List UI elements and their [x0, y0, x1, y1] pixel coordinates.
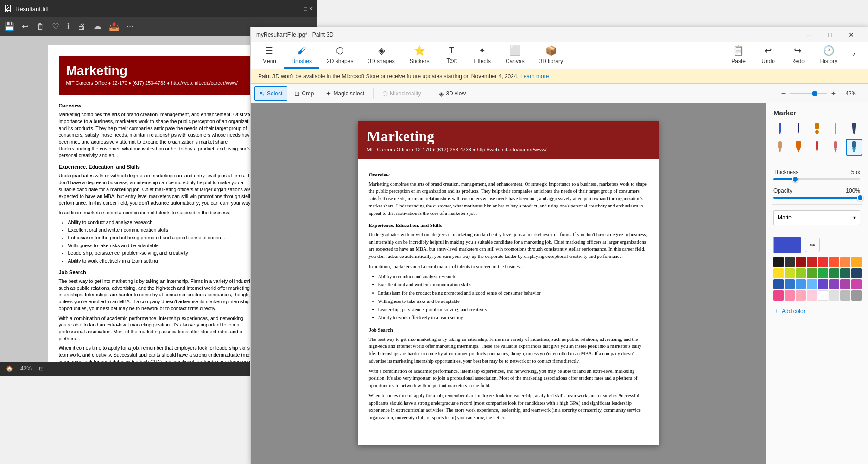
tab-stickers[interactable]: ⭐ Stickers [402, 42, 437, 69]
swatch-black[interactable] [773, 257, 784, 267]
stickers-icon: ⭐ [414, 45, 425, 56]
select-tool-button[interactable]: ↖ Select [254, 86, 287, 101]
bg-share-icon[interactable]: 📤 [109, 21, 119, 31]
tab-3dshapes[interactable]: ◈ 3D shapes [361, 42, 402, 69]
brush-pen-dark[interactable] [790, 120, 807, 137]
swatch-red2[interactable] [818, 257, 828, 267]
swatch-orange[interactable] [840, 257, 850, 267]
swatch-darkred[interactable] [796, 257, 806, 267]
swatch-medium-gray[interactable] [840, 290, 850, 301]
zoom-area: − + 42% ··· [779, 89, 864, 98]
swatch-white[interactable] [818, 290, 828, 301]
bg-doc-title: Marketing [66, 62, 252, 80]
swatch-pale-pink[interactable] [807, 290, 817, 301]
swatch-lime[interactable] [785, 268, 795, 278]
tab-menu[interactable]: ☰ Menu [254, 42, 284, 69]
brush-marker-blue[interactable] [772, 120, 788, 137]
bg-skills-list: Ability to conduct and analyze research … [59, 219, 259, 264]
swatch-light-gray[interactable] [829, 290, 839, 301]
canvas-icon: ⬜ [509, 45, 521, 56]
swatch-navy[interactable] [773, 279, 784, 289]
swatch-pink[interactable] [773, 290, 784, 301]
swatch-violet[interactable] [829, 279, 839, 289]
zoom-minus-button[interactable]: − [779, 89, 788, 98]
bg-info-icon[interactable]: ℹ [67, 21, 70, 31]
bg-more-icon[interactable]: ··· [127, 22, 133, 31]
swatch-orange-red[interactable] [829, 257, 839, 267]
bg-delete-icon[interactable]: 🗑 [36, 22, 44, 31]
swatch-gray[interactable] [851, 290, 862, 301]
opacity-panel-divider [772, 204, 862, 205]
swatch-teal[interactable] [840, 268, 850, 278]
maximize-button[interactable]: □ [819, 27, 841, 42]
swatch-green[interactable] [807, 268, 817, 278]
tab-redo-label: Redo [791, 58, 805, 64]
swatch-pink-dark[interactable] [851, 279, 862, 289]
doc-canvas-header: Marketing MIT Careers Office ♦ 12-170 ♦ … [358, 121, 659, 159]
zoom-thumb[interactable] [812, 91, 817, 96]
brush-orange2[interactable] [790, 139, 807, 156]
crop-tool-button[interactable]: ⊡ Crop [289, 86, 319, 101]
swatch-red[interactable] [807, 257, 817, 267]
brush-marker-tan2[interactable] [772, 139, 788, 156]
notification-link[interactable]: Learn more [520, 73, 549, 80]
swatch-light-pink[interactable] [785, 290, 795, 301]
tab-undo[interactable]: ↩ Undo [754, 42, 783, 69]
svg-marker-15 [816, 150, 818, 153]
swatch-magenta[interactable] [840, 279, 850, 289]
tab-paste[interactable]: 📋 Paste [724, 42, 754, 69]
color-current-swatch[interactable] [773, 237, 801, 253]
bg-cloud-icon[interactable]: ☁ [93, 21, 101, 31]
brush-marker-pink[interactable] [827, 139, 844, 156]
tab-expand[interactable]: ∧ [845, 42, 864, 69]
thickness-slider[interactable] [773, 178, 860, 180]
mixed-reality-button[interactable]: ⬡ Mixed reality [377, 86, 426, 101]
minimize-button[interactable]: ─ [798, 27, 819, 42]
3dview-button[interactable]: ◈ 3D view [434, 86, 471, 101]
bg-save-icon[interactable]: 💾 [4, 21, 14, 31]
brush-marker-red[interactable] [809, 139, 825, 156]
swatch-sky[interactable] [807, 279, 817, 289]
brush-brush-orange[interactable] [809, 120, 825, 137]
svg-rect-0 [779, 123, 781, 131]
bg-undo-icon[interactable]: ↩ [22, 21, 29, 31]
swatch-lighter-pink[interactable] [796, 290, 806, 301]
magic-select-button[interactable]: ✦ Magic select [321, 86, 369, 101]
tab-2dshapes[interactable]: ⬡ 2D shapes [319, 42, 361, 69]
swatch-light-blue[interactable] [796, 279, 806, 289]
zoom-plus-button[interactable]: + [829, 89, 838, 98]
tab-3dlibrary[interactable]: 📦 3D library [532, 42, 570, 69]
tab-text[interactable]: T Text [437, 42, 466, 69]
eyedropper-button[interactable]: ✏ [805, 238, 820, 252]
p3d-canvas-area[interactable]: Marketing MIT Careers Office ♦ 12-170 ♦ … [251, 103, 766, 464]
tab-brushes[interactable]: 🖌 Brushes [284, 42, 319, 69]
swatch-green-yellow[interactable] [796, 268, 806, 278]
opacity-slider[interactable] [773, 197, 860, 199]
skill-2: Excellent oral and written communication… [378, 281, 648, 288]
matte-dropdown[interactable]: Matte ▾ [773, 210, 860, 225]
tab-effects[interactable]: ✦ Effects [466, 42, 498, 69]
brush-marker-tan[interactable] [827, 120, 844, 137]
swatch-purple[interactable] [818, 279, 828, 289]
swatch-yellow[interactable] [773, 268, 784, 278]
tab-redo[interactable]: ↪ Redo [783, 42, 813, 69]
bg-heart-icon[interactable]: ♡ [52, 21, 59, 31]
swatch-medium-green[interactable] [818, 268, 828, 278]
tab-history[interactable]: 🕐 History [813, 42, 845, 69]
add-color-button[interactable]: ＋ Add color [773, 304, 860, 318]
opacity-thumb[interactable] [857, 194, 863, 201]
swatch-gold[interactable] [851, 257, 862, 267]
swatch-darkgray[interactable] [785, 257, 795, 267]
zoom-slider[interactable] [790, 93, 827, 94]
swatch-blue[interactable] [785, 279, 795, 289]
close-button[interactable]: ✕ [841, 27, 862, 42]
brush-marker-teal[interactable] [846, 139, 862, 156]
thickness-label: Thickness [773, 169, 798, 176]
swatch-dark-green[interactable] [829, 268, 839, 278]
zoom-more-button[interactable]: ··· [858, 90, 864, 97]
thickness-thumb[interactable] [792, 176, 798, 182]
bg-print-icon[interactable]: 🖨 [77, 22, 86, 31]
swatch-dark-teal[interactable] [851, 268, 862, 278]
tab-canvas[interactable]: ⬜ Canvas [498, 42, 532, 69]
brush-marker-dark[interactable] [846, 120, 862, 137]
